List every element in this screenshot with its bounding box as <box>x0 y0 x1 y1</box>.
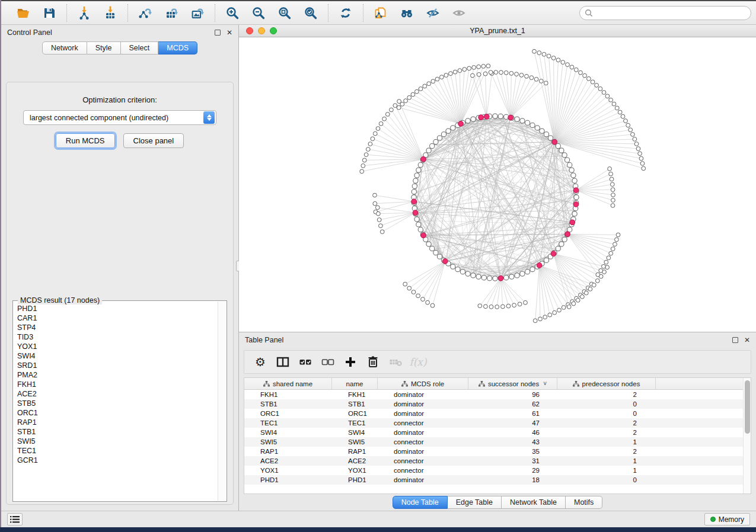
cell-name[interactable]: SWI5 <box>332 438 378 446</box>
cell-MCDS-role[interactable]: dominator <box>378 391 468 398</box>
cell-MCDS-role[interactable]: connector <box>378 438 468 446</box>
hide-selected-button[interactable] <box>422 3 444 23</box>
mcds-result-item[interactable]: PHD1 <box>17 304 218 313</box>
close-panel-button[interactable]: Close panel <box>123 133 184 148</box>
table-scrollbar-thumb[interactable] <box>745 380 750 434</box>
mcds-result-item[interactable]: ORC1 <box>17 408 218 418</box>
zoom-in-button[interactable] <box>221 3 244 23</box>
cell-predecessor-nodes[interactable]: 0 <box>557 400 656 408</box>
status-menu-button[interactable] <box>7 513 23 525</box>
mcds-result-item[interactable]: PMA2 <box>17 370 218 380</box>
mcds-result-item[interactable]: ACE2 <box>17 389 218 399</box>
cell-MCDS-role[interactable]: connector <box>378 419 468 427</box>
memory-button[interactable]: Memory <box>704 513 750 525</box>
tab-network-table[interactable]: Network Table <box>502 496 566 509</box>
cell-shared-name[interactable]: STB1 <box>244 400 332 408</box>
delete-columns-button[interactable] <box>363 352 383 371</box>
close-table-panel-icon[interactable]: ✕ <box>744 336 750 344</box>
mcds-result-scrollbar[interactable] <box>218 302 226 501</box>
mcds-result-item[interactable]: STB5 <box>17 399 218 408</box>
table-row[interactable]: ORC1ORC1dominator610 <box>244 409 751 418</box>
float-table-panel-icon[interactable] <box>732 337 738 343</box>
tab-network[interactable]: Network <box>42 41 87 55</box>
column-header-successor-nodes[interactable]: successor nodes˅ <box>468 378 557 389</box>
mcds-result-item[interactable]: FKH1 <box>17 380 218 389</box>
column-header-predecessor-nodes[interactable]: predecessor nodes <box>557 378 656 389</box>
table-row[interactable]: TEC1TEC1connector472 <box>244 418 751 428</box>
run-mcds-button[interactable]: Run MCDS <box>56 133 115 148</box>
tab-mcds[interactable]: MCDS <box>158 41 197 55</box>
import-table-button[interactable] <box>99 3 122 23</box>
mcds-result-list[interactable]: PHD1CAR1STP4TID3YOX1SWI4SRD1PMA2FKH1ACE2… <box>14 302 218 501</box>
tab-style[interactable]: Style <box>87 41 121 55</box>
table-row[interactable]: FKH1FKH1dominator962 <box>244 390 751 399</box>
table-row[interactable]: SWI5SWI5connector431 <box>244 437 751 447</box>
cell-successor-nodes[interactable]: 62 <box>468 400 557 408</box>
tab-edge-table[interactable]: Edge Table <box>448 496 502 509</box>
cell-successor-nodes[interactable]: 35 <box>468 448 557 455</box>
mcds-result-item[interactable]: CAR1 <box>17 313 218 323</box>
cell-MCDS-role[interactable]: connector <box>378 467 468 474</box>
cell-shared-name[interactable]: PHD1 <box>244 476 332 483</box>
export-table-button[interactable] <box>160 3 183 23</box>
toggle-panels-button[interactable] <box>273 352 293 371</box>
column-header-name[interactable]: name <box>332 378 378 389</box>
mcds-result-item[interactable]: GCR1 <box>17 456 218 465</box>
cell-shared-name[interactable]: FKH1 <box>244 391 332 398</box>
optimization-criterion-select[interactable]: largest connected component (undirected) <box>23 110 216 125</box>
mcds-result-item[interactable]: TID3 <box>17 332 218 342</box>
cell-predecessor-nodes[interactable]: 0 <box>557 410 656 417</box>
cell-successor-nodes[interactable]: 18 <box>468 476 557 483</box>
cell-predecessor-nodes[interactable]: 2 <box>557 391 656 398</box>
table-row[interactable]: ACE2ACE2connector311 <box>244 456 751 466</box>
mcds-result-item[interactable]: RAP1 <box>17 418 218 427</box>
tab-node-table[interactable]: Node Table <box>393 496 448 509</box>
cell-shared-name[interactable]: RAP1 <box>244 448 332 455</box>
cell-successor-nodes[interactable]: 96 <box>468 391 557 398</box>
network-canvas[interactable] <box>239 37 756 332</box>
cell-shared-name[interactable]: ACE2 <box>244 457 332 464</box>
cell-MCDS-role[interactable]: dominator <box>378 410 468 417</box>
cell-successor-nodes[interactable]: 43 <box>468 438 557 446</box>
table-row[interactable]: RAP1RAP1dominator352 <box>244 447 751 456</box>
mcds-result-item[interactable]: STP4 <box>17 323 218 332</box>
cell-predecessor-nodes[interactable]: 1 <box>557 438 656 446</box>
cell-name[interactable]: PHD1 <box>332 476 378 483</box>
zoom-selected-button[interactable] <box>299 3 322 23</box>
zoom-fit-button[interactable] <box>273 3 296 23</box>
cell-MCDS-role[interactable]: dominator <box>378 400 468 408</box>
import-network-button[interactable] <box>73 3 95 23</box>
cell-successor-nodes[interactable]: 47 <box>468 419 557 427</box>
mcds-result-item[interactable]: TEC1 <box>17 446 218 456</box>
mcds-result-item[interactable]: SRD1 <box>17 361 218 370</box>
column-header-MCDS-role[interactable]: MCDS role <box>378 378 468 389</box>
mcds-result-item[interactable]: YOX1 <box>17 342 218 351</box>
table-row[interactable]: STB1STB1dominator620 <box>244 399 751 409</box>
refresh-layout-button[interactable] <box>334 3 357 23</box>
cell-name[interactable]: TEC1 <box>332 419 378 427</box>
cell-predecessor-nodes[interactable]: 0 <box>557 476 656 483</box>
cell-MCDS-role[interactable]: connector <box>378 457 468 464</box>
cell-name[interactable]: ACE2 <box>332 457 378 464</box>
save-session-button[interactable] <box>38 3 60 23</box>
select-all-button[interactable] <box>295 352 315 371</box>
cell-MCDS-role[interactable]: dominator <box>378 448 468 455</box>
cell-predecessor-nodes[interactable]: 2 <box>557 448 656 455</box>
float-panel-icon[interactable] <box>215 30 221 36</box>
cell-shared-name[interactable]: ORC1 <box>244 410 332 417</box>
tab-select[interactable]: Select <box>121 41 159 55</box>
mcds-result-item[interactable]: STB1 <box>17 427 218 437</box>
cell-name[interactable]: RAP1 <box>332 448 378 455</box>
close-panel-icon[interactable]: ✕ <box>227 29 232 36</box>
search-network-button[interactable] <box>395 3 418 23</box>
open-file-button[interactable] <box>12 3 34 23</box>
export-image-button[interactable] <box>186 3 209 23</box>
mcds-result-item[interactable]: SWI5 <box>17 437 218 446</box>
zoom-out-button[interactable] <box>247 3 270 23</box>
table-scrollbar[interactable] <box>743 378 751 493</box>
cell-name[interactable]: STB1 <box>332 400 378 408</box>
cell-successor-nodes[interactable]: 31 <box>468 457 557 464</box>
cell-shared-name[interactable]: SWI5 <box>244 438 332 446</box>
cell-predecessor-nodes[interactable]: 1 <box>557 467 656 474</box>
cell-successor-nodes[interactable]: 29 <box>468 467 557 474</box>
